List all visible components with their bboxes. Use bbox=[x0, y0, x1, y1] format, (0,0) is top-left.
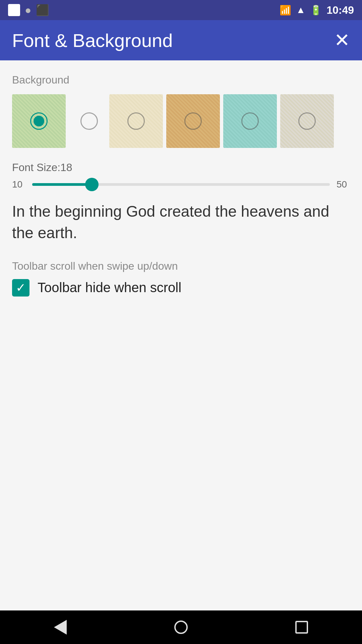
swatch-radio-lightgray bbox=[298, 112, 316, 130]
status-bar: ● ⬛ 📶 ▲ 🔋 10:49 bbox=[0, 0, 362, 20]
slider-min-label: 10 bbox=[12, 179, 25, 190]
preview-text: In the beginning God created the heavens… bbox=[12, 201, 350, 244]
font-size-label: Font Size:18 bbox=[12, 161, 350, 174]
clock: 10:49 bbox=[326, 4, 354, 16]
toolbar-hide-row[interactable]: ✓ Toolbar hide when scroll bbox=[12, 279, 350, 297]
swatch-box-teal bbox=[223, 94, 277, 148]
background-label: Background bbox=[12, 74, 350, 86]
swatch-radio-cream bbox=[127, 112, 145, 130]
toolbar-hide-label: Toolbar hide when scroll bbox=[38, 280, 181, 295]
swatch-box-green bbox=[12, 94, 66, 148]
status-bar-left: ● ⬛ bbox=[8, 4, 49, 16]
page-title: Font & Background bbox=[12, 30, 173, 51]
home-icon bbox=[174, 621, 188, 634]
font-size-value: 18 bbox=[60, 161, 72, 173]
nav-recents-button[interactable] bbox=[292, 617, 312, 637]
swatch-radio-green bbox=[30, 112, 48, 130]
slider-max-label: 50 bbox=[337, 179, 350, 190]
font-size-slider-row: 10 50 bbox=[12, 179, 350, 190]
nav-home-button[interactable] bbox=[171, 617, 191, 637]
circle-icon: ● bbox=[25, 4, 31, 16]
content-area: Background bbox=[0, 60, 362, 610]
swatch-radio-teal bbox=[241, 112, 259, 130]
swatch-radio-tan bbox=[184, 112, 202, 130]
swatch-item-lightgray[interactable] bbox=[280, 94, 334, 148]
app-bar: Font & Background ✕ bbox=[0, 20, 362, 60]
close-button[interactable]: ✕ bbox=[334, 31, 350, 50]
swatch-item-teal[interactable] bbox=[223, 94, 277, 148]
background-swatches bbox=[12, 94, 350, 148]
status-bar-right: 📶 ▲ 🔋 10:49 bbox=[280, 4, 354, 16]
toolbar-hide-checkbox[interactable]: ✓ bbox=[12, 279, 29, 297]
app-icon bbox=[8, 4, 20, 16]
nav-back-button[interactable] bbox=[50, 617, 70, 637]
signal-icon: ▲ bbox=[296, 5, 305, 15]
back-icon bbox=[54, 620, 67, 635]
swatch-box-tan bbox=[166, 94, 220, 148]
swatch-radio-plain bbox=[80, 112, 98, 130]
nav-bar bbox=[0, 610, 362, 644]
swatch-box-cream bbox=[109, 94, 163, 148]
sd-card-icon: ⬛ bbox=[36, 4, 49, 16]
slider-container bbox=[32, 183, 330, 186]
wifi-icon: 📶 bbox=[280, 5, 291, 16]
recents-icon bbox=[295, 621, 308, 634]
check-icon: ✓ bbox=[16, 282, 26, 294]
toolbar-scroll-label: Toolbar scroll when swipe up/down bbox=[12, 260, 350, 272]
swatch-item-green[interactable] bbox=[12, 94, 66, 148]
swatch-item-cream[interactable] bbox=[109, 94, 163, 148]
swatch-box-lightgray bbox=[280, 94, 334, 148]
swatch-item-plain[interactable] bbox=[69, 94, 109, 148]
battery-icon: 🔋 bbox=[310, 5, 322, 16]
swatch-item-tan[interactable] bbox=[166, 94, 220, 148]
